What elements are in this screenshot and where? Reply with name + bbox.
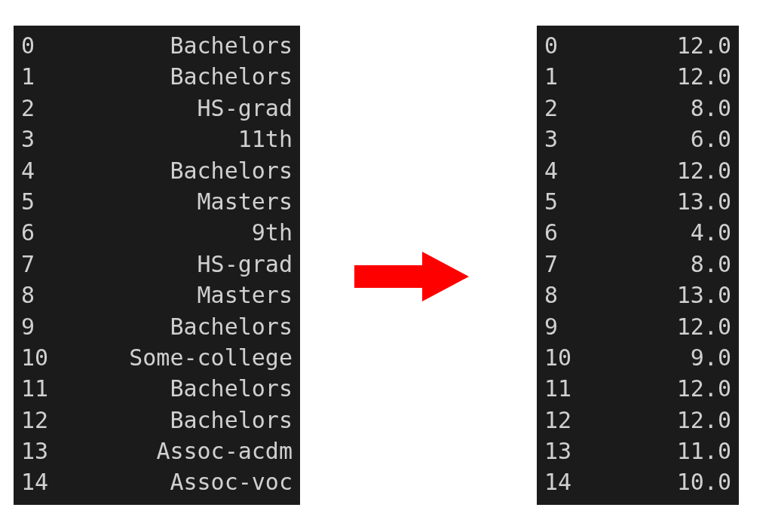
table-row: 7HS-grad	[21, 249, 293, 280]
row-index: 8	[21, 280, 56, 310]
row-value: 12.0	[579, 61, 731, 92]
row-value: 6.0	[579, 124, 731, 154]
row-index: 3	[21, 124, 56, 154]
row-index: 2	[544, 93, 579, 124]
row-value: 11.0	[579, 436, 731, 466]
table-row: 12Bachelors	[21, 405, 293, 436]
row-index: 5	[21, 186, 56, 217]
row-value: 12.0	[579, 405, 731, 436]
row-value: Some-college	[56, 342, 293, 373]
table-row: 28.0	[544, 93, 731, 124]
table-row: 112.0	[544, 61, 731, 92]
table-row: 8Masters	[21, 280, 293, 310]
row-value: Bachelors	[56, 155, 293, 186]
left-terminal-panel: 0Bachelors1Bachelors2HS-grad311th4Bachel…	[14, 26, 300, 505]
row-index: 4	[21, 155, 56, 186]
table-row: 5Masters	[21, 186, 293, 217]
row-index: 7	[544, 249, 579, 280]
row-value: 12.0	[579, 155, 731, 186]
row-value: HS-grad	[56, 249, 293, 280]
table-row: 4Bachelors	[21, 155, 293, 186]
row-value: Bachelors	[56, 405, 293, 436]
row-value: Masters	[56, 280, 293, 310]
row-value: 12.0	[579, 311, 731, 342]
row-index: 2	[21, 93, 56, 124]
row-index: 0	[21, 30, 56, 61]
row-index: 7	[21, 249, 56, 280]
table-row: 2HS-grad	[21, 93, 293, 124]
row-index: 0	[544, 30, 579, 61]
row-index: 12	[21, 405, 56, 436]
arrow-svg	[347, 247, 475, 306]
table-row: 1311.0	[544, 436, 731, 466]
arrow-shape	[354, 252, 469, 301]
row-index: 5	[544, 186, 579, 217]
row-value: 8.0	[579, 93, 731, 124]
row-index: 12	[544, 405, 579, 436]
row-value: 4.0	[579, 217, 731, 248]
row-index: 14	[544, 466, 579, 497]
table-row: 14Assoc-voc	[21, 466, 293, 497]
row-value: Assoc-acdm	[56, 436, 293, 466]
row-index: 11	[21, 373, 56, 404]
table-row: 69th	[21, 217, 293, 248]
row-value: 9th	[56, 217, 293, 248]
row-index: 6	[21, 217, 56, 248]
row-index: 13	[21, 436, 56, 466]
row-value: Assoc-voc	[56, 466, 293, 497]
right-terminal-panel: 012.0112.028.036.0412.0513.064.078.0813.…	[537, 26, 739, 505]
row-value: Bachelors	[56, 61, 293, 92]
table-row: 1Bachelors	[21, 61, 293, 92]
row-value: 13.0	[579, 280, 731, 310]
table-row: 412.0	[544, 155, 731, 186]
table-row: 311th	[21, 124, 293, 154]
row-value: Bachelors	[56, 311, 293, 342]
table-row: 0Bachelors	[21, 30, 293, 61]
row-value: 12.0	[579, 30, 731, 61]
arrow-right-icon	[332, 247, 490, 306]
row-value: Bachelors	[56, 373, 293, 404]
row-index: 9	[544, 311, 579, 342]
row-index: 10	[544, 342, 579, 373]
table-row: 1410.0	[544, 466, 731, 497]
row-index: 13	[544, 436, 579, 466]
row-index: 10	[21, 342, 56, 373]
row-value: Masters	[56, 186, 293, 217]
row-index: 14	[21, 466, 56, 497]
table-row: 11Bachelors	[21, 373, 293, 404]
row-index: 3	[544, 124, 579, 154]
table-row: 78.0	[544, 249, 731, 280]
table-row: 912.0	[544, 311, 731, 342]
table-row: 1212.0	[544, 405, 731, 436]
row-value: 12.0	[579, 373, 731, 404]
row-value: HS-grad	[56, 93, 293, 124]
row-index: 8	[544, 280, 579, 310]
row-value: 10.0	[579, 466, 731, 497]
table-row: 13Assoc-acdm	[21, 436, 293, 466]
figure-canvas: 0Bachelors1Bachelors2HS-grad311th4Bachel…	[0, 0, 772, 532]
table-row: 9Bachelors	[21, 311, 293, 342]
row-index: 1	[544, 61, 579, 92]
table-row: 36.0	[544, 124, 731, 154]
table-row: 012.0	[544, 30, 731, 61]
table-row: 109.0	[544, 342, 731, 373]
row-value: 8.0	[579, 249, 731, 280]
table-row: 64.0	[544, 217, 731, 248]
table-row: 10Some-college	[21, 342, 293, 373]
row-value: 13.0	[579, 186, 731, 217]
table-row: 813.0	[544, 280, 731, 310]
row-index: 1	[21, 61, 56, 92]
row-value: Bachelors	[56, 30, 293, 61]
row-value: 9.0	[579, 342, 731, 373]
row-index: 6	[544, 217, 579, 248]
row-index: 9	[21, 311, 56, 342]
row-value: 11th	[56, 124, 293, 154]
row-index: 4	[544, 155, 579, 186]
row-index: 11	[544, 373, 579, 404]
table-row: 1112.0	[544, 373, 731, 404]
table-row: 513.0	[544, 186, 731, 217]
